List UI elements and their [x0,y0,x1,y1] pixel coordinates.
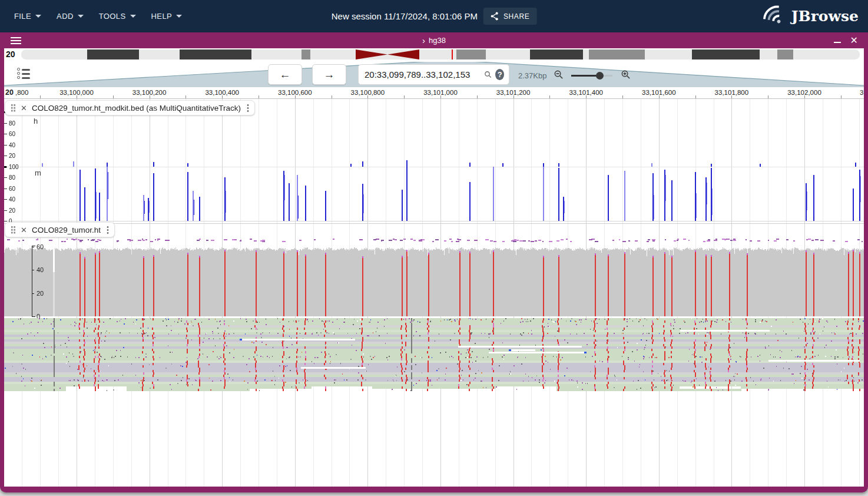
ruler-partial-label-right: 3 [860,89,863,96]
cytoband [21,49,87,59]
app-menubar: FILEADDTOOLSHELP New session 11/17/2024,… [0,0,868,32]
location-input[interactable] [359,70,484,80]
share-button[interactable]: SHARE [483,8,536,25]
cytoband [310,49,356,59]
cytoband [645,49,692,59]
ruler-tick [259,95,259,98]
ruler-tick [440,95,441,98]
cytoband [180,49,251,59]
ruler-tick [40,95,41,98]
ruler-tick [549,95,550,98]
caret-down-icon [130,15,136,18]
ruler-tick [768,95,768,98]
caret-down-icon [78,15,84,18]
cytoband [139,49,180,59]
ruler-tick [622,95,623,98]
ruler-tick [295,95,296,98]
zoom-out-icon[interactable] [554,70,564,80]
minimize-view-button[interactable] [834,42,841,43]
ruler-chrom-label: 20 [5,88,14,97]
search-icon[interactable] [484,70,492,80]
share-label: SHARE [503,12,529,21]
ruler-tick [659,95,660,98]
zoom-slider[interactable] [571,75,612,77]
cytoband [583,49,589,59]
help-icon[interactable]: ? [495,69,504,80]
ruler-tick [185,95,186,98]
ruler-tick [113,95,114,98]
main-menus: FILEADDTOOLSHELP [0,7,188,25]
share-icon [491,12,499,21]
ruler-tick [367,95,368,98]
caret-down-icon [35,15,41,18]
cytoband [251,49,302,59]
close-track-icon[interactable]: ✕ [21,226,27,234]
track1-title: COLO829_tumor.ht_modkit.bed (as MultiQua… [32,104,241,113]
menu-add-button[interactable]: ADD [51,7,90,25]
ruler-tick [695,95,696,98]
current-region-marker [452,49,453,59]
close-track-icon[interactable]: ✕ [21,104,27,113]
ruler-tick [841,95,842,98]
cytoband [486,49,530,59]
zoom-slider-knob[interactable] [596,72,604,80]
cytoband [793,49,860,59]
ruler-tick [332,95,332,98]
menu-tools-button[interactable]: TOOLS [93,7,142,25]
caret-down-icon [176,15,182,18]
cytoband [777,49,793,59]
region-size-label: 2.37Kbp [518,71,546,80]
cytoband [760,49,777,59]
cytoband [419,49,456,59]
track-menu-icon[interactable] [247,104,249,112]
track-menu-icon[interactable] [107,226,109,234]
arrow-left-icon: ← [280,68,291,81]
ruler-partial-label-left: ,800 [15,89,28,96]
chromosome-label: 20 [6,49,15,59]
ruler-tick [804,95,805,98]
zoom-in-icon[interactable] [621,70,631,80]
cytoband [87,49,139,59]
ruler-tick [404,95,405,98]
jbrowse-logo-text: JBrowse [791,8,859,25]
track1-label-chip: ✕ COLO829_tumor.ht_modkit.bed (as MultiQ… [5,100,255,115]
view-header: › hg38 ✕ [4,32,864,48]
drag-handle-icon[interactable] [11,226,16,234]
ruler-tick [731,95,732,98]
chevron-right-icon: › [422,36,425,45]
linear-genome-view-window: › hg38 ✕ 20 ← → [0,32,868,492]
cytoband [589,49,645,59]
jbrowse-logo: JBrowse [763,5,859,28]
ruler-tick [513,95,514,98]
view-title[interactable]: › hg38 [422,36,446,45]
centromere-band [356,49,419,59]
session-title: New session 11/17/2024, 8:01:06 PM [332,11,478,21]
chromosome-overview: 20 [4,48,864,62]
menu-file-button[interactable]: FILE [8,7,47,25]
session-area: New session 11/17/2024, 8:01:06 PM SHARE [332,8,537,25]
coordinate-ruler[interactable]: 20 ,800 3 33,100,00033,100,20033,100,400… [4,87,864,99]
navigation-controls: ← → ? 2.37Kbp [4,62,864,87]
close-view-button[interactable]: ✕ [850,36,858,45]
tracks-canvas[interactable] [4,99,864,487]
drag-handle-icon[interactable] [11,104,16,112]
menu-help-button[interactable]: HELP [145,7,188,25]
track2-title: COLO829_tumor.ht [32,226,101,234]
assembly-name: hg38 [429,36,446,45]
cytoband [302,49,310,59]
view-menu-icon[interactable] [11,37,21,44]
cytoband [456,49,486,59]
track-selector-button[interactable] [17,68,30,79]
track2-label-chip: ✕ COLO829_tumor.ht [5,222,115,237]
pan-right-button[interactable]: → [312,64,346,85]
chromosome-ideogram[interactable] [21,49,860,59]
arrow-right-icon: → [324,68,335,81]
location-search-box: ? [358,64,509,85]
pan-left-button[interactable]: ← [268,64,302,85]
ruler-tick [77,95,77,98]
cytoband [530,49,583,59]
tracks-area: ✕ COLO829_tumor.ht_modkit.bed (as MultiQ… [4,99,864,487]
cytoband [692,49,760,59]
ruler-tick [477,95,478,98]
jbrowse-logo-icon [763,5,788,28]
